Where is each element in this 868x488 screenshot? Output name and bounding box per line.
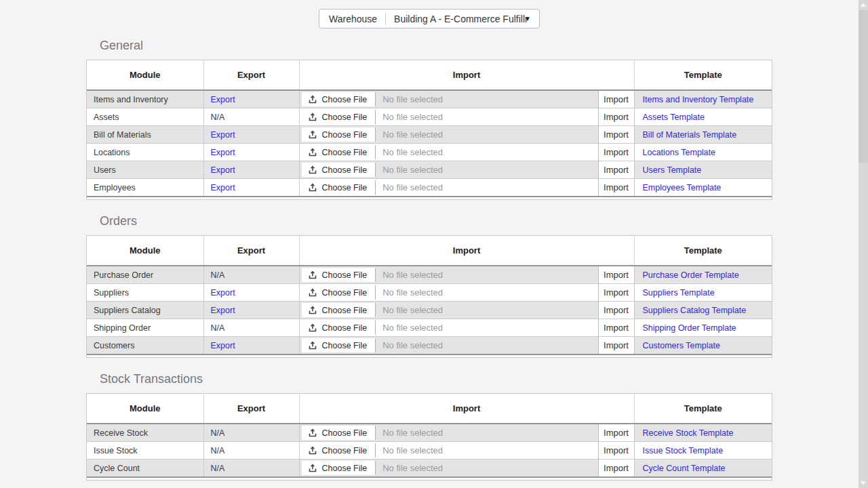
no-file-selected-text: No file selected bbox=[376, 129, 597, 140]
import-button[interactable]: Import bbox=[598, 460, 634, 478]
file-input[interactable]: Choose FileNo file selected bbox=[300, 302, 598, 319]
export-cell: Export bbox=[203, 90, 299, 108]
choose-file-button[interactable]: Choose File bbox=[302, 145, 376, 159]
import-button[interactable]: Import bbox=[598, 126, 634, 144]
template-download-link[interactable]: Users Template bbox=[643, 165, 702, 175]
file-input[interactable]: Choose FileNo file selected bbox=[300, 284, 598, 301]
file-input[interactable]: Choose FileNo file selected bbox=[300, 126, 598, 143]
template-download-link[interactable]: Issue Stock Template bbox=[643, 446, 724, 455]
no-file-selected-text: No file selected bbox=[376, 165, 597, 175]
import-button[interactable]: Import bbox=[598, 442, 634, 460]
choose-file-button[interactable]: Choose File bbox=[302, 92, 376, 106]
table-row: Issue StockN/AChoose FileNo file selecte… bbox=[87, 442, 772, 460]
scrollbar-down-arrow-icon[interactable] bbox=[859, 478, 868, 488]
template-download-link[interactable]: Suppliers Template bbox=[643, 288, 715, 298]
import-export-section: OrdersModuleExportImportTemplatePurchase… bbox=[86, 213, 772, 358]
import-export-section: GeneralModuleExportImportTemplateItems a… bbox=[86, 37, 772, 200]
vertical-scrollbar[interactable] bbox=[859, 0, 868, 488]
template-cell: Locations Template bbox=[634, 144, 772, 161]
template-download-link[interactable]: Bill of Materials Template bbox=[643, 130, 737, 140]
import-button[interactable]: Import bbox=[598, 284, 634, 302]
import-button[interactable]: Import bbox=[598, 424, 634, 442]
file-input[interactable]: Choose FileNo file selected bbox=[300, 179, 598, 196]
export-cell: Export bbox=[203, 179, 299, 197]
template-download-link[interactable]: Customers Template bbox=[643, 341, 720, 350]
module-name-cell: Users bbox=[87, 161, 203, 179]
choose-file-button[interactable]: Choose File bbox=[302, 461, 376, 475]
warehouse-context-picker: Warehouse Building A - E-Commerce Fulfil… bbox=[319, 9, 540, 28]
choose-file-label: Choose File bbox=[322, 270, 368, 280]
scrollbar-thumb[interactable] bbox=[859, 10, 868, 163]
import-file-cell: Choose FileNo file selected bbox=[299, 179, 598, 197]
export-link[interactable]: Export bbox=[211, 341, 235, 350]
export-link[interactable]: Export bbox=[211, 183, 235, 192]
import-button[interactable]: Import bbox=[598, 319, 634, 337]
choose-file-button[interactable]: Choose File bbox=[302, 285, 376, 300]
file-input[interactable]: Choose FileNo file selected bbox=[300, 460, 598, 476]
template-cell: Bill of Materials Template bbox=[634, 126, 772, 144]
choose-file-button[interactable]: Choose File bbox=[302, 303, 376, 317]
export-link[interactable]: Export bbox=[211, 130, 235, 140]
export-link[interactable]: Export bbox=[211, 165, 235, 175]
choose-file-button[interactable]: Choose File bbox=[302, 180, 376, 195]
upload-icon bbox=[308, 183, 317, 192]
sections: GeneralModuleExportImportTemplateItems a… bbox=[86, 37, 772, 481]
export-link[interactable]: Export bbox=[211, 95, 235, 104]
file-input[interactable]: Choose FileNo file selected bbox=[300, 442, 598, 459]
import-button[interactable]: Import bbox=[598, 108, 634, 126]
import-button[interactable]: Import bbox=[598, 302, 634, 319]
module-name-cell: Cycle Count bbox=[87, 460, 203, 478]
choose-file-label: Choose File bbox=[322, 306, 368, 315]
export-cell: N/A bbox=[203, 442, 299, 460]
template-download-link[interactable]: Cycle Count Template bbox=[643, 464, 726, 473]
choose-file-button[interactable]: Choose File bbox=[302, 127, 376, 142]
upload-icon bbox=[308, 270, 317, 280]
template-download-link[interactable]: Employees Template bbox=[643, 183, 722, 192]
import-file-cell: Choose FileNo file selected bbox=[299, 284, 598, 302]
file-input[interactable]: Choose FileNo file selected bbox=[300, 337, 598, 354]
template-download-link[interactable]: Receive Stock Template bbox=[643, 428, 734, 438]
choose-file-button[interactable]: Choose File bbox=[302, 268, 376, 282]
choose-file-button[interactable]: Choose File bbox=[302, 426, 376, 440]
upload-icon bbox=[308, 428, 317, 438]
template-download-link[interactable]: Purchase Order Template bbox=[643, 270, 739, 280]
template-download-link[interactable]: Assets Template bbox=[643, 113, 705, 122]
table-row: AssetsN/AChoose FileNo file selectedImpo… bbox=[87, 108, 772, 126]
file-input[interactable]: Choose FileNo file selected bbox=[300, 319, 598, 336]
file-input[interactable]: Choose FileNo file selected bbox=[300, 144, 598, 161]
template-download-link[interactable]: Items and Inventory Template bbox=[643, 95, 754, 104]
choose-file-button[interactable]: Choose File bbox=[302, 163, 376, 177]
file-input[interactable]: Choose FileNo file selected bbox=[300, 108, 598, 125]
template-download-link[interactable]: Suppliers Catalog Template bbox=[643, 306, 747, 315]
export-link[interactable]: Export bbox=[211, 306, 235, 315]
upload-icon bbox=[308, 446, 317, 455]
choose-file-button[interactable]: Choose File bbox=[302, 338, 376, 352]
choose-file-button[interactable]: Choose File bbox=[302, 321, 376, 335]
template-download-link[interactable]: Locations Template bbox=[643, 148, 715, 157]
file-input[interactable]: Choose FileNo file selected bbox=[300, 266, 598, 283]
file-input[interactable]: Choose FileNo file selected bbox=[300, 91, 598, 108]
template-cell: Suppliers Catalog Template bbox=[634, 302, 772, 319]
export-cell: Export bbox=[203, 284, 299, 302]
choose-file-button[interactable]: Choose File bbox=[302, 110, 376, 124]
scrollbar-up-arrow-icon[interactable] bbox=[859, 0, 868, 10]
no-file-selected-text: No file selected bbox=[376, 323, 597, 333]
export-link[interactable]: Export bbox=[211, 288, 235, 298]
warehouse-select[interactable]: Building A - E-Commerce Fulfillme ▼ bbox=[394, 9, 532, 28]
import-button[interactable]: Import bbox=[598, 179, 634, 197]
column-header-import: Import bbox=[299, 394, 634, 424]
import-button[interactable]: Import bbox=[598, 144, 634, 161]
export-cell: N/A bbox=[203, 108, 299, 126]
export-link[interactable]: Export bbox=[211, 148, 235, 157]
section-title: Orders bbox=[100, 213, 772, 229]
file-input[interactable]: Choose FileNo file selected bbox=[300, 424, 598, 441]
file-input[interactable]: Choose FileNo file selected bbox=[300, 161, 598, 178]
import-button[interactable]: Import bbox=[598, 266, 634, 284]
import-button[interactable]: Import bbox=[598, 90, 634, 108]
choose-file-button[interactable]: Choose File bbox=[302, 443, 376, 458]
import-button[interactable]: Import bbox=[598, 161, 634, 179]
template-cell: Assets Template bbox=[634, 108, 772, 126]
import-button[interactable]: Import bbox=[598, 337, 634, 355]
upload-icon bbox=[308, 341, 317, 350]
template-download-link[interactable]: Shipping Order Template bbox=[643, 323, 736, 333]
